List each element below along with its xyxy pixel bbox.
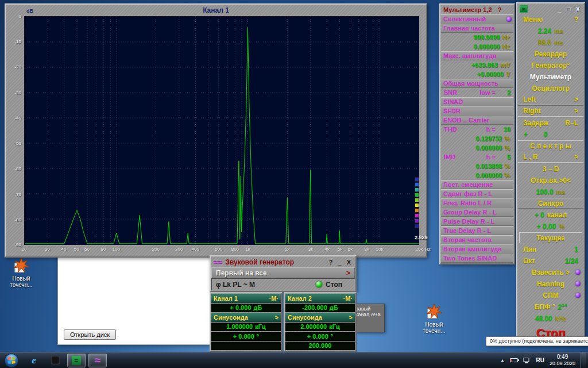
marker-swatch[interactable] xyxy=(415,203,419,208)
window-controls[interactable]: ? _ X xyxy=(329,259,353,266)
multimeter-row[interactable]: ENOB .. Carrier xyxy=(441,116,513,125)
multimeter-row[interactable]: 0.000000Hz xyxy=(441,42,513,51)
multimeter-row[interactable]: +0.00000V xyxy=(441,70,513,79)
marker-legend[interactable] xyxy=(415,177,420,228)
multimeter-row[interactable]: 0.129732% xyxy=(441,134,513,143)
panel-item[interactable]: 98.6ms xyxy=(518,37,583,48)
indicator-ball[interactable] xyxy=(575,281,581,286)
panel-item[interactable]: Right> xyxy=(518,106,583,117)
multimeter-row[interactable]: 0.013898% xyxy=(441,162,513,171)
panel-item[interactable]: Взвесить > xyxy=(518,267,583,278)
marker-swatch[interactable] xyxy=(415,218,419,223)
marker-swatch[interactable] xyxy=(415,224,419,228)
phase-readout[interactable]: + 0.000° xyxy=(211,332,281,341)
multimeter-row[interactable]: Group Delay R - L xyxy=(441,208,513,217)
panel-item[interactable]: Синхро xyxy=(518,198,583,209)
panel-item[interactable]: Меню? xyxy=(518,14,583,25)
multimeter-row[interactable]: Макс. амплитуда xyxy=(441,51,513,60)
panel-item[interactable]: Окт1/24 xyxy=(518,255,583,266)
marker-swatch[interactable] xyxy=(415,213,419,218)
route-bar[interactable]: Первый на все > xyxy=(211,267,355,278)
start-button[interactable] xyxy=(4,353,19,368)
panel-item[interactable]: + 0канал xyxy=(518,209,583,220)
multimeter-row[interactable]: Селективный xyxy=(441,14,513,24)
multimeter-row[interactable]: Вторая частота xyxy=(441,235,513,244)
marker-swatch[interactable] xyxy=(415,187,419,192)
multimeter-row[interactable]: Пост. смещение xyxy=(441,180,513,189)
channel-header[interactable]: Канал 1·M· xyxy=(211,294,281,303)
language-indicator[interactable]: RU xyxy=(536,357,544,363)
battery-icon[interactable] xyxy=(510,358,518,362)
panel-item[interactable]: 2.24ms xyxy=(518,25,583,36)
waveform-selector[interactable]: Синусоида> xyxy=(211,313,281,322)
multimeter-row[interactable]: SFDR xyxy=(441,106,513,116)
panel-item[interactable]: БПФ °214 xyxy=(518,301,583,312)
taskbar-app-generator[interactable]: ≈ xyxy=(88,354,107,367)
frequency-readout[interactable]: 1.000000кГц xyxy=(211,323,281,332)
level-readout[interactable]: + 0.000дБ xyxy=(211,304,281,313)
channel-header[interactable]: Канал 2·M· xyxy=(285,294,355,303)
panel-item[interactable]: СПМ xyxy=(518,290,583,301)
marker-swatch[interactable] xyxy=(415,198,419,202)
multimeter-row[interactable]: THDh =10 xyxy=(441,125,513,134)
marker-swatch[interactable] xyxy=(415,182,419,187)
multimeter-row[interactable]: SINAD xyxy=(441,97,513,106)
run-control[interactable]: Стоп xyxy=(316,281,350,289)
mode-bar[interactable]: φ Lk PL ~ M Стоп xyxy=(211,278,355,290)
marker-swatch[interactable] xyxy=(415,208,419,213)
multimeter-row[interactable]: True Delay R - L xyxy=(441,226,513,235)
indicator-ball[interactable] xyxy=(575,293,581,298)
indicator-ball[interactable] xyxy=(575,270,581,275)
panel-item[interactable]: + 0.00% xyxy=(518,221,583,232)
phase-readout[interactable]: + 0.000° xyxy=(285,332,355,341)
clock[interactable]: 0:49 20.09.2020 xyxy=(550,354,575,367)
desktop-icon[interactable]: Новый точечн... xyxy=(417,302,451,334)
window-controls[interactable]: _ □ X xyxy=(558,6,582,13)
taskbar-app-ie[interactable]: e xyxy=(25,354,43,367)
multimeter-row[interactable]: Общая мощность xyxy=(441,79,513,88)
panel-item[interactable]: Текущее xyxy=(519,232,582,243)
panel-item[interactable]: 3 – D xyxy=(518,163,583,174)
extra-readout[interactable] xyxy=(211,342,281,351)
desktop-icon[interactable]: Новый точечн... xyxy=(5,256,38,288)
panel-item[interactable]: Генератор° xyxy=(518,60,583,71)
level-readout[interactable]: -200.000дБ xyxy=(285,304,355,313)
panel-item[interactable]: С п е к т р ы xyxy=(518,140,583,151)
frequency-readout[interactable]: 2.000000кГц xyxy=(285,323,355,332)
panel-item[interactable]: Лин1 xyxy=(518,244,583,255)
panel-item[interactable]: 100.0ms xyxy=(518,186,583,197)
panel-item[interactable]: Hanning xyxy=(518,278,583,289)
taskbar-app-dark[interactable] xyxy=(46,354,64,367)
panel-item[interactable]: +0 xyxy=(518,129,583,140)
help-button[interactable]: ? xyxy=(498,6,502,13)
multimeter-row[interactable]: Pulse Delay R - L xyxy=(441,217,513,226)
panel-item[interactable]: Рекордер xyxy=(518,48,583,59)
open-disk-button[interactable]: Открыть диск xyxy=(64,329,116,340)
panel-item[interactable]: L , R> xyxy=(518,152,583,163)
multimeter-row[interactable]: Freq. Ratio L / R xyxy=(441,198,513,208)
generator-titlebar[interactable]: ≈≈ Звуковой генератор ? _ X xyxy=(211,257,355,267)
multimeter-titlebar[interactable]: Мультиметр 1,2 ? xyxy=(441,5,513,14)
panel-item[interactable]: Откр.вх.>0< xyxy=(518,175,583,186)
panel-item[interactable]: Мультиметр xyxy=(518,71,583,82)
multimeter-row[interactable]: 999.9999Hz xyxy=(441,33,513,42)
panel-item[interactable]: ЗадержR–L xyxy=(518,117,583,128)
extra-readout[interactable]: 200.000 xyxy=(285,342,355,351)
panel-item[interactable]: Left> xyxy=(518,94,583,105)
multimeter-row[interactable]: IMDh =5 xyxy=(441,152,513,162)
marker-swatch[interactable] xyxy=(415,193,419,197)
multimeter-row[interactable]: SNRlow =2 xyxy=(441,88,513,97)
hidden-icons-arrow[interactable]: ▲ xyxy=(501,358,505,362)
multimeter-row[interactable]: +633.863mV xyxy=(441,60,513,70)
taskbar-app-analyzer[interactable]: ≈ xyxy=(67,354,86,367)
marker-swatch[interactable] xyxy=(415,177,419,182)
panel-item[interactable]: 48.00kHz xyxy=(518,313,583,324)
multimeter-row[interactable]: 0.000000% xyxy=(441,171,513,180)
indicator-ball[interactable] xyxy=(506,17,512,22)
panel-titlebar[interactable]: ≈ _ □ X xyxy=(518,4,583,14)
multimeter-row[interactable]: Сдвиг фаз R - L xyxy=(441,189,513,198)
multimeter-row[interactable]: 0.000000% xyxy=(441,143,513,152)
spectrum-plot[interactable] xyxy=(24,16,419,245)
multimeter-row[interactable]: Главная частота xyxy=(441,24,513,33)
multimeter-row[interactable]: Вторая амплитуда xyxy=(441,244,513,254)
